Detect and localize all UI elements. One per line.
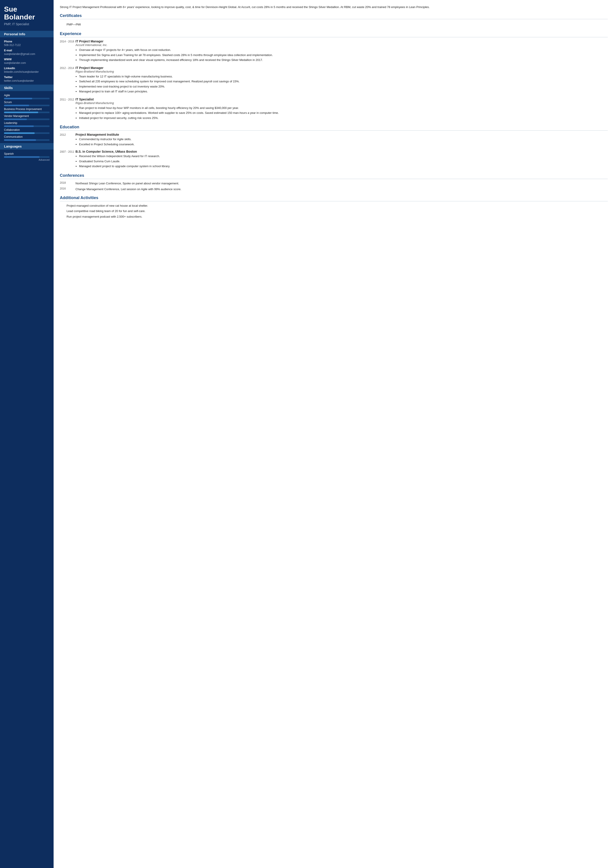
- experience-date: 2011 - 2012: [60, 98, 76, 121]
- education-list: 2012Project Management InstituteCommende…: [60, 133, 608, 169]
- experience-job-title: IT Project Manager: [76, 66, 608, 70]
- activities-divider: [60, 201, 608, 202]
- twitter-label: Twitter: [4, 76, 50, 79]
- activity-item: Lead competitive road biking team of 20 …: [60, 209, 608, 213]
- activity-item: Run project management podcast with 2,50…: [60, 214, 608, 219]
- experience-bullet: Team leader for 12 IT specialists in hig…: [79, 74, 608, 79]
- experience-company: Accurit International, Inc.: [76, 43, 608, 46]
- languages-section-title: Languages: [0, 143, 54, 150]
- skill-name: Scrum: [4, 101, 50, 104]
- certificates-divider: [60, 19, 608, 19]
- skill-name: Communication: [4, 135, 50, 138]
- language-level: Advanced: [4, 158, 50, 161]
- experience-list: 2014 - 2018IT Project ManagerAccurit Int…: [60, 39, 608, 121]
- linkedin-value: linkedin.com/in/sueqbolander: [4, 70, 50, 73]
- experience-bullet: Through implementing standardized work a…: [79, 58, 608, 62]
- skill-name: Business Process Improvement: [4, 108, 50, 111]
- experience-bullet: Managed project to train all IT staff in…: [79, 89, 608, 94]
- experience-entry: 2012 - 2014IT Project ManagerRigas-Bratl…: [60, 66, 608, 95]
- experience-job-title: IT Project Manager: [76, 39, 608, 43]
- skill-bar-bg: [4, 132, 50, 134]
- conference-entry: 2018Northeast Shingo Lean Conference, Sp…: [60, 181, 608, 186]
- language-bar-fill: [4, 156, 40, 158]
- skill-bar-fill: [4, 98, 32, 99]
- language-bar-bg: [4, 156, 50, 158]
- experience-section-title: Experience: [60, 31, 608, 36]
- activities-section-title: Additional Activities: [60, 195, 608, 200]
- education-section-title: Education: [60, 125, 608, 129]
- personal-info-section-title: Personal Info: [0, 31, 54, 37]
- candidate-name: Sue Bolander: [4, 5, 50, 21]
- certificate-entry: PMP—PMI: [60, 22, 608, 28]
- skill-bar-fill: [4, 126, 34, 127]
- education-date: 2007 - 2011: [60, 150, 76, 169]
- education-content: B.S. in Computer Science, UMass BostonRe…: [76, 150, 608, 169]
- email-label: E-mail: [4, 49, 50, 52]
- www-value: sueqbolander.com: [4, 61, 50, 65]
- experience-content: IT Project ManagerAccurit International,…: [76, 39, 608, 63]
- experience-content: IT Project ManagerRigas-Bratland Manufac…: [76, 66, 608, 95]
- education-title: B.S. in Computer Science, UMass Boston: [76, 150, 608, 153]
- conference-text: Northeast Shingo Lean Conference, Spoke …: [76, 181, 608, 186]
- education-entry: 2007 - 2011B.S. in Computer Science, UMa…: [60, 150, 608, 169]
- skill-bar-fill: [4, 139, 36, 141]
- phone-label: Phone: [4, 40, 50, 43]
- experience-entry: 2011 - 2012IT SpecialistRigas-Bratland M…: [60, 98, 608, 121]
- phone-value: 508-312-7122: [4, 43, 50, 46]
- experience-bullet: Switched all 235 employees to new schedu…: [79, 79, 608, 84]
- skill-bar-bg: [4, 139, 50, 141]
- experience-bullet: Implemented new cost-tracking project to…: [79, 84, 608, 89]
- skill-name: Agile: [4, 94, 50, 97]
- experience-divider: [60, 37, 608, 37]
- skill-bar-bg: [4, 118, 50, 120]
- conference-date: 2018: [60, 181, 76, 186]
- experience-bullets: Team leader for 12 IT specialists in hig…: [76, 74, 608, 94]
- linkedin-label: LinkedIn: [4, 67, 50, 70]
- education-bullet: Commended by instructor for Agile skills…: [79, 137, 608, 141]
- summary-text: Strong IT Project Management Professiona…: [60, 5, 608, 9]
- conferences-list: 2018Northeast Shingo Lean Conference, Sp…: [60, 181, 608, 192]
- experience-bullets: Ran project to install hour-by-hour WIP …: [76, 106, 608, 120]
- candidate-title: PMP, IT Specialist: [4, 22, 50, 26]
- experience-bullets: Oversaw all major IT projects for 4+ yea…: [76, 48, 608, 62]
- education-date: 2012: [60, 133, 76, 147]
- education-bullet: Graduated Summa Cum Laude.: [79, 159, 608, 164]
- conferences-section-title: Conferences: [60, 173, 608, 178]
- skill-name: Leadership: [4, 121, 50, 124]
- education-bullets: Commended by instructor for Agile skills…: [76, 137, 608, 146]
- conference-date: 2016: [60, 187, 76, 192]
- skill-bar-fill: [4, 132, 35, 134]
- education-bullet: Excelled in Project Scheduling coursewor…: [79, 142, 608, 147]
- experience-date: 2012 - 2014: [60, 66, 76, 95]
- skill-bar-bg: [4, 126, 50, 127]
- experience-bullet: Ran project to install hour-by-hour WIP …: [79, 106, 608, 110]
- experience-company: Rigas-Bratland Manufacturing: [76, 70, 608, 73]
- conference-entry: 2016Change Management Conference, Led se…: [60, 187, 608, 192]
- education-title: Project Management Institute: [76, 133, 608, 136]
- education-bullet: Received the Wilson Independent Study Aw…: [79, 154, 608, 158]
- education-bullet: Managed student project to upgrade compu…: [79, 164, 608, 169]
- skill-bar-fill: [4, 105, 29, 106]
- certificates-list: PMP—PMI: [60, 22, 608, 28]
- languages-list: SpanishAdvanced: [4, 152, 50, 161]
- main-content: Strong IT Project Management Professiona…: [54, 0, 614, 868]
- experience-job-title: IT Specialist: [76, 98, 608, 101]
- skills-list: AgileScrumBusiness Process ImprovementVe…: [4, 94, 50, 141]
- skill-bar-bg: [4, 112, 50, 113]
- language-name: Spanish: [4, 152, 50, 155]
- skill-name: Vendor Management: [4, 115, 50, 118]
- activities-list: Project-managed construction of new cat …: [60, 203, 608, 219]
- skill-bar-bg: [4, 98, 50, 99]
- skill-bar-fill: [4, 118, 27, 120]
- www-label: WWW: [4, 58, 50, 61]
- activity-item: Project-managed construction of new cat …: [60, 203, 608, 208]
- experience-bullet: Oversaw all major IT projects for 4+ yea…: [79, 48, 608, 52]
- experience-bullet: Managed project to replace 100+ aging wo…: [79, 111, 608, 115]
- experience-bullet: Initiated project for improved security,…: [79, 116, 608, 120]
- education-entry: 2012Project Management InstituteCommende…: [60, 133, 608, 147]
- twitter-value: twitter.com/sueqbolander: [4, 79, 50, 82]
- experience-date: 2014 - 2018: [60, 39, 76, 63]
- skills-section-title: Skills: [0, 85, 54, 91]
- experience-bullet: Implemented Six Sigma and Lean Training …: [79, 53, 608, 57]
- experience-content: IT SpecialistRigas-Bratland Manufacturin…: [76, 98, 608, 121]
